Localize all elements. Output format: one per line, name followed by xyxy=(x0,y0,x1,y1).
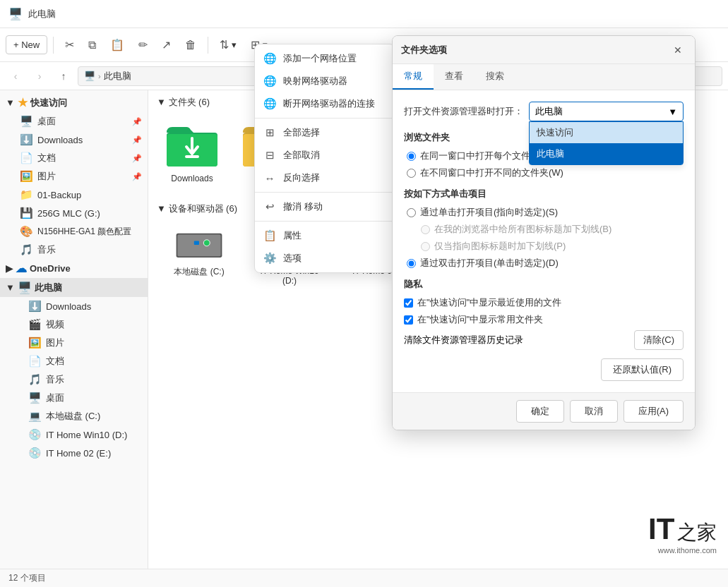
dialog-title-bar: 文件夹选项 ✕ xyxy=(393,36,695,64)
privacy-recent-files-label: 在"快速访问"中显示最近使用的文件 xyxy=(417,296,561,309)
dialog-footer: 确定 取消 应用(A) xyxy=(393,392,695,430)
radio-single-click-input[interactable] xyxy=(407,208,416,217)
radio-different-window-input[interactable] xyxy=(407,169,416,178)
apply-button[interactable]: 应用(A) xyxy=(623,400,684,423)
open-dropdown-list: 快速访问 此电脑 xyxy=(529,121,684,165)
tab-search[interactable]: 搜索 xyxy=(475,64,515,90)
radio-browser-underline-input xyxy=(421,225,430,234)
open-select-wrapper: 此电脑 ▼ 快速访问 此电脑 xyxy=(529,102,684,121)
tab-view[interactable]: 查看 xyxy=(434,64,475,90)
open-select-value: 此电脑 xyxy=(535,105,563,118)
radio-double-click-label: 通过双击打开项目(单击时选定)(D) xyxy=(420,257,559,270)
radio-different-window-label: 在不同窗口中打开不同的文件夹(W) xyxy=(420,167,563,179)
radio-different-window: 在不同窗口中打开不同的文件夹(W) xyxy=(407,167,681,179)
radio-single-click: 通过单击打开项目(指向时选定)(S) xyxy=(407,206,681,219)
click-section-title: 按如下方式单击项目 xyxy=(404,188,684,200)
restore-btn-row: 还原默认值(R) xyxy=(404,358,684,381)
open-select-arrow: ▼ xyxy=(668,107,677,117)
radio-double-click: 通过双击打开项目(单击时选定)(D) xyxy=(407,257,681,270)
restore-defaults-button[interactable]: 还原默认值(R) xyxy=(601,358,684,381)
privacy-recent-files: 在"快速访问"中显示最近使用的文件 xyxy=(404,296,684,309)
privacy-recent-files-checkbox[interactable] xyxy=(404,298,413,308)
radio-hover-underline-label: 仅当指向图标标题时加下划线(P) xyxy=(434,240,566,253)
privacy-common-folders-label: 在"快速访问"中显示常用文件夹 xyxy=(417,313,543,326)
ok-button[interactable]: 确定 xyxy=(516,400,564,423)
dialog-close-button[interactable]: ✕ xyxy=(669,42,686,59)
radio-hover-underline-input xyxy=(421,242,430,251)
dialog-content: 打开文件资源管理器时打开： 此电脑 ▼ 快速访问 此电脑 浏览文件夹 xyxy=(393,90,695,392)
open-label: 打开文件资源管理器时打开： xyxy=(404,105,523,118)
clear-history-button[interactable]: 清除(C) xyxy=(634,330,684,350)
open-file-manager-row: 打开文件资源管理器时打开： 此电脑 ▼ 快速访问 此电脑 xyxy=(404,102,684,121)
radio-browser-underline-label: 在我的浏览器中给所有图标标题加下划线(B) xyxy=(434,223,611,236)
privacy-common-folders: 在"快速访问"中显示常用文件夹 xyxy=(404,313,684,326)
radio-double-click-input[interactable] xyxy=(407,259,416,268)
dialog-overlay: 文件夹选项 ✕ 常规 查看 搜索 打开文件资源管理器时打开： 此电脑 ▼ xyxy=(0,0,728,587)
tab-general[interactable]: 常规 xyxy=(393,64,434,90)
dialog-title: 文件夹选项 xyxy=(401,44,447,56)
radio-browser-underline: 在我的浏览器中给所有图标标题加下划线(B) xyxy=(407,223,681,236)
clear-history-label: 清除文件资源管理器历史记录 xyxy=(404,334,523,346)
dropdown-item-this-pc[interactable]: 此电脑 xyxy=(530,143,683,164)
cancel-button[interactable]: 取消 xyxy=(570,400,618,423)
click-options: 通过单击打开项目(指向时选定)(S) 在我的浏览器中给所有图标标题加下划线(B)… xyxy=(404,206,684,270)
folder-options-dialog: 文件夹选项 ✕ 常规 查看 搜索 打开文件资源管理器时打开： 此电脑 ▼ xyxy=(392,35,696,430)
dialog-tabs: 常规 查看 搜索 xyxy=(393,64,695,90)
privacy-clear-row: 清除文件资源管理器历史记录 清除(C) xyxy=(404,330,684,350)
privacy-section: 隐私 在"快速访问"中显示最近使用的文件 在"快速访问"中显示常用文件夹 清除文… xyxy=(404,278,684,350)
radio-same-window-input[interactable] xyxy=(407,152,416,161)
radio-single-click-label: 通过单击打开项目(指向时选定)(S) xyxy=(420,206,558,219)
privacy-common-folders-checkbox[interactable] xyxy=(404,315,413,325)
dropdown-item-quick[interactable]: 快速访问 xyxy=(530,122,683,143)
radio-hover-underline: 仅当指向图标标题时加下划线(P) xyxy=(407,240,681,253)
privacy-title: 隐私 xyxy=(404,278,684,291)
open-select-field[interactable]: 此电脑 ▼ xyxy=(529,102,684,121)
